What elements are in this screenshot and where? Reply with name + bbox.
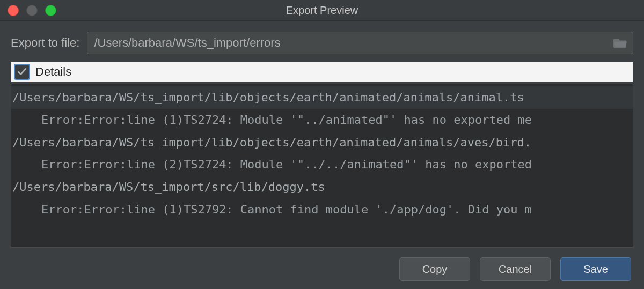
log-error-line[interactable]: Error:Error:line (1)TS2792: Cannot find … <box>11 198 633 221</box>
log-file-line[interactable]: /Users/barbara/WS/ts_import/lib/objects/… <box>11 131 633 154</box>
window-controls <box>8 5 56 16</box>
export-path-text: /Users/barbara/WS/ts_import/errors <box>94 36 613 50</box>
cancel-button[interactable]: Cancel <box>480 257 551 281</box>
export-row: Export to file: /Users/barbara/WS/ts_imp… <box>0 21 644 62</box>
details-header: Details <box>11 62 633 82</box>
copy-button[interactable]: Copy <box>399 257 470 281</box>
details-checkbox[interactable] <box>14 64 30 80</box>
log-file-line[interactable]: /Users/barbara/WS/ts_import/lib/objects/… <box>11 86 633 109</box>
browse-folder-icon[interactable] <box>613 38 627 48</box>
title-bar: Export Preview <box>0 0 644 21</box>
button-row: Copy Cancel Save <box>0 248 644 281</box>
save-button[interactable]: Save <box>560 257 631 281</box>
log-error-line[interactable]: Error:Error:line (1)TS2724: Module '"../… <box>11 109 633 131</box>
details-label: Details <box>35 65 71 79</box>
window-close-button[interactable] <box>8 5 19 16</box>
export-label: Export to file: <box>11 36 79 50</box>
export-path-field[interactable]: /Users/barbara/WS/ts_import/errors <box>87 32 633 54</box>
log-error-line[interactable]: Error:Error:line (2)TS2724: Module '"../… <box>11 153 633 176</box>
window-zoom-button[interactable] <box>45 5 56 16</box>
log-file-line[interactable]: /Users/barbara/WS/ts_import/src/lib/dogg… <box>11 176 633 198</box>
window-title: Export Preview <box>0 4 644 17</box>
window-minimize-button[interactable] <box>26 5 38 16</box>
log-area[interactable]: /Users/barbara/WS/ts_import/lib/objects/… <box>11 84 633 248</box>
